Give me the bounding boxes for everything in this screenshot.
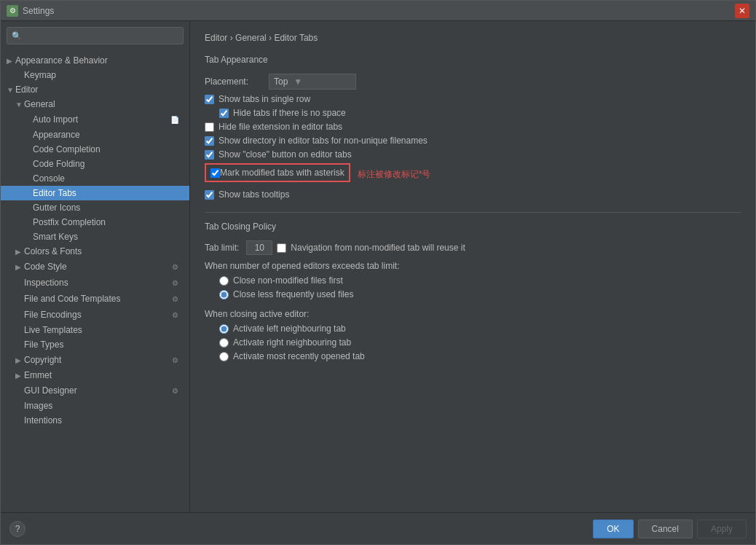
gear-icon: ⚙ [169, 354, 181, 366]
hide-extension-checkbox[interactable] [205, 122, 214, 132]
sidebar-item-code-folding[interactable]: Code Folding [1, 157, 189, 171]
arrow-icon [24, 131, 33, 139]
sidebar-label: Copyright [24, 355, 169, 365]
help-button[interactable]: ? [9, 521, 25, 537]
sidebar-label: Editor Tabs [33, 188, 184, 198]
arrow-icon [24, 146, 33, 154]
mark-modified-highlight: Mark modified tabs with asterisk [205, 163, 350, 182]
sidebar-label: Emmet [24, 370, 184, 380]
activate-right-radio[interactable] [219, 338, 229, 348]
breadcrumb-part1: Editor [205, 33, 227, 43]
sidebar-item-file-code-templates[interactable]: File and Code Templates ⚙ [1, 291, 189, 307]
arrow-icon [24, 204, 33, 212]
arrow-icon [24, 219, 33, 227]
search-input[interactable] [25, 31, 178, 41]
arrow-icon [24, 116, 33, 124]
arrow-icon: ▶ [15, 263, 24, 271]
sidebar-item-smart-keys[interactable]: Smart Keys [1, 230, 189, 244]
activate-recent-row: Activate most recently opened tab [205, 351, 741, 361]
placement-value: Top [274, 77, 288, 87]
arrow-icon [15, 387, 24, 395]
mark-modified-checkbox[interactable] [210, 168, 220, 178]
nav-non-modified-checkbox[interactable] [277, 243, 286, 253]
show-tabs-single-row: Show tabs in single row [205, 94, 741, 104]
sidebar-item-appearance-behavior[interactable]: ▶ Appearance & Behavior [1, 53, 189, 68]
hide-tabs-no-space: Hide tabs if there is no space [205, 108, 741, 118]
breadcrumb: Editor › General › Editor Tabs [205, 33, 741, 43]
gear-icon: ⚙ [169, 277, 181, 289]
show-directory-checkbox[interactable] [205, 136, 214, 146]
activate-left-radio[interactable] [219, 324, 229, 334]
bottom-bar: ? OK Cancel Apply [1, 512, 755, 544]
show-tooltips-checkbox[interactable] [205, 190, 214, 200]
sidebar-label: Smart Keys [33, 232, 184, 242]
sidebar-label: File Types [24, 340, 184, 350]
arrow-icon: ▶ [15, 248, 24, 256]
sidebar-item-auto-import[interactable]: Auto Import 📄 [1, 111, 189, 128]
sidebar-item-gutter-icons[interactable]: Gutter Icons [1, 200, 189, 215]
sidebar-item-intentions[interactable]: Intentions [1, 413, 189, 428]
gear-icon: ⚙ [169, 293, 181, 305]
tab-limit-input[interactable] [246, 240, 272, 255]
search-icon: 🔍 [12, 31, 22, 41]
sidebar-label: Postfix Completion [33, 217, 184, 227]
sidebar-item-gui-designer[interactable]: GUI Designer ⚙ [1, 383, 189, 399]
sidebar-item-editor-tabs[interactable]: Editor Tabs [1, 186, 189, 200]
sidebar-label: Appearance [33, 130, 184, 140]
arrow-icon [15, 341, 24, 349]
sidebar-item-images[interactable]: Images [1, 399, 189, 413]
activate-right-row: Activate right neighbouring tab [205, 337, 741, 348]
apply-button[interactable]: Apply [697, 519, 747, 538]
sidebar-item-appearance[interactable]: Appearance [1, 128, 189, 142]
arrow-icon [15, 326, 24, 334]
sidebar-label: File Encodings [24, 310, 169, 320]
gear-icon: ⚙ [169, 309, 181, 321]
dropdown-arrow-icon: ▼ [294, 77, 302, 87]
close-non-modified-radio[interactable] [219, 276, 229, 286]
show-close-checkbox[interactable] [205, 150, 214, 160]
sidebar-label: Editor [15, 85, 184, 95]
sidebar-item-emmet[interactable]: ▶ Emmet [1, 368, 189, 383]
close-button[interactable]: ✕ [735, 4, 749, 18]
breadcrumb-part2: General [235, 33, 267, 43]
arrow-icon [15, 402, 24, 410]
cancel-button[interactable]: Cancel [638, 519, 693, 538]
annotation-text: 标注被修改标记*号 [358, 168, 431, 181]
sidebar-label: GUI Designer [24, 385, 169, 396]
sidebar-item-copyright[interactable]: ▶ Copyright ⚙ [1, 352, 189, 368]
sidebar-label: Live Templates [24, 325, 184, 335]
sidebar-item-keymap[interactable]: Keymap [1, 68, 189, 82]
search-box[interactable]: 🔍 [7, 27, 184, 44]
sidebar-item-file-types[interactable]: File Types [1, 337, 189, 352]
content-area: Editor › General › Editor Tabs Tab Appea… [190, 21, 755, 512]
sidebar-item-general[interactable]: ▼ General [1, 97, 189, 111]
tab-limit-row: Tab limit: Navigation from non-modified … [205, 240, 741, 255]
sidebar-item-console[interactable]: Console [1, 171, 189, 186]
close-less-frequent-radio[interactable] [219, 290, 229, 299]
close-less-frequent-row: Close less frequently used files [205, 289, 741, 299]
sidebar-item-live-templates[interactable]: Live Templates [1, 323, 189, 337]
sidebar-item-editor[interactable]: ▼ Editor [1, 82, 189, 97]
sidebar-item-colors-fonts[interactable]: ▶ Colors & Fonts [1, 244, 189, 259]
show-tabs-checkbox[interactable] [205, 95, 214, 104]
sidebar-label: Console [33, 173, 184, 184]
breadcrumb-sep1: › [230, 33, 235, 43]
close-less-frequent-label: Close less frequently used files [233, 289, 353, 299]
activate-recent-radio[interactable] [219, 352, 229, 361]
sidebar-item-code-style[interactable]: ▶ Code Style ⚙ [1, 259, 189, 275]
ok-button[interactable]: OK [593, 519, 633, 538]
sidebar-item-inspections[interactable]: Inspections ⚙ [1, 275, 189, 291]
arrow-icon: ▶ [15, 372, 24, 380]
activate-right-label: Activate right neighbouring tab [233, 337, 351, 348]
sidebar-item-file-encodings[interactable]: File Encodings ⚙ [1, 307, 189, 323]
sidebar-label: Code Completion [33, 144, 184, 154]
mark-modified-row: Mark modified tabs with asterisk 标注被修改标记… [205, 163, 741, 186]
sidebar-label: Colors & Fonts [24, 246, 184, 256]
gear-icon: ⚙ [169, 261, 181, 272]
hide-tabs-checkbox[interactable] [219, 109, 229, 118]
sidebar-item-code-completion[interactable]: Code Completion [1, 142, 189, 157]
sidebar-item-postfix-completion[interactable]: Postfix Completion [1, 215, 189, 230]
show-tooltips-label: Show tabs tooltips [218, 189, 289, 200]
arrow-icon [24, 175, 33, 183]
placement-dropdown[interactable]: Top ▼ [269, 74, 356, 90]
